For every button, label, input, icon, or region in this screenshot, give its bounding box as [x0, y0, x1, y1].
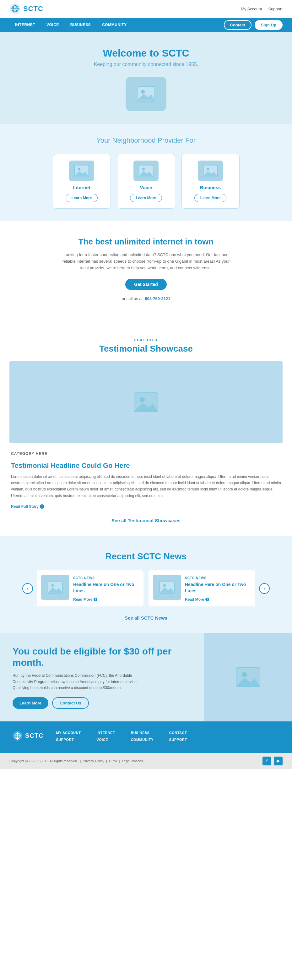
internet-card-title: Internet	[73, 185, 90, 190]
voice-card-image	[133, 161, 159, 181]
footer-links-grid: MY ACCOUNT SUPPORT INTERNET VOICE BUSINE…	[56, 731, 279, 743]
acp-image-icon	[235, 667, 260, 687]
news-read-more-1[interactable]: Read More i	[73, 597, 97, 602]
signup-button[interactable]: Sign Up	[255, 20, 282, 30]
see-all-testimonials-link[interactable]: See all Testimonial Showcases	[10, 518, 282, 523]
svg-point-24	[163, 584, 166, 587]
news-image-icon-2	[159, 581, 175, 594]
provider-card-internet: Internet Learn More	[53, 154, 111, 208]
business-learn-more-button[interactable]: Learn More	[194, 194, 227, 202]
acp-section: You could be eligible for $30 off per mo…	[0, 633, 292, 721]
internet-card-image	[69, 161, 94, 181]
see-all-news-link[interactable]: See all SCTC News	[10, 615, 282, 620]
news-carousel: ‹ SCTC NEWS Headline Here on One or Two …	[10, 570, 282, 606]
voice-learn-more-button[interactable]: Learn More	[130, 194, 162, 202]
carousel-prev-button[interactable]: ‹	[22, 583, 33, 594]
copyright-text: Copyright © 2023, SCTC. All rights reser…	[10, 759, 78, 763]
footer: SCTC MY ACCOUNT SUPPORT INTERNET VOICE B…	[0, 721, 292, 753]
footer-logo-area: SCTC	[13, 731, 43, 743]
nav-community[interactable]: COMMUNITY	[97, 18, 132, 32]
logo[interactable]: SCTC	[10, 3, 43, 14]
footer-contact-link[interactable]: CONTACT	[169, 731, 187, 735]
youtube-icon[interactable]: ▶	[274, 757, 282, 765]
testimonial-heading: Testimonial Showcase	[10, 344, 282, 354]
phone-number[interactable]: 503-769-2121	[145, 296, 170, 301]
facebook-icon[interactable]: f	[262, 757, 271, 765]
footer-col-1: MY ACCOUNT SUPPORT	[56, 731, 81, 743]
nav-buttons: Contact Sign Up	[224, 20, 283, 30]
news-read-more-2[interactable]: Read More i	[185, 597, 209, 602]
svg-point-9	[78, 168, 80, 170]
hero-section: Welcome to SCTC Keeping our community co…	[0, 32, 292, 124]
contact-button[interactable]: Contact	[224, 20, 251, 30]
my-account-link[interactable]: My Account	[241, 6, 262, 11]
voice-image-icon	[138, 165, 154, 177]
footer-community-link[interactable]: COMMUNITY	[131, 738, 153, 741]
carousel-next-button[interactable]: ›	[259, 583, 270, 594]
acp-content: You could be eligible for $30 off per mo…	[0, 633, 204, 721]
footer-col-2: INTERNET VOICE	[97, 731, 115, 743]
footer-business-link[interactable]: BUSINESS	[131, 731, 153, 735]
news-card-2-image	[153, 575, 181, 600]
cpni-link[interactable]: CPNI	[109, 759, 117, 763]
top-header: SCTC My Account Support	[0, 0, 292, 18]
nav-links: INTERNET VOICE BUSINESS COMMUNITY	[10, 18, 224, 32]
provider-card-voice: Voice Learn More	[117, 154, 175, 208]
privacy-policy-link[interactable]: Privacy Policy	[83, 759, 104, 763]
nav-business[interactable]: BUSINESS	[65, 18, 97, 32]
acp-learn-more-button[interactable]: Learn More	[13, 697, 48, 709]
legal-notices-link[interactable]: Legal Notices	[122, 759, 143, 763]
read-full-story-link[interactable]: Read Full Story i	[11, 504, 44, 509]
hero-subtitle: Keeping our community connected since 19…	[10, 62, 282, 67]
internet-promo-body: Looking for a faster connection and unli…	[58, 252, 234, 271]
footer-logo-icon	[13, 731, 22, 741]
svg-point-21	[51, 584, 54, 587]
info-icon-news-1: i	[94, 598, 97, 601]
svg-point-15	[206, 168, 209, 170]
footer-voice-link[interactable]: VOICE	[97, 738, 115, 741]
footer-my-account-link[interactable]: MY ACCOUNT	[56, 731, 81, 735]
social-icons: f ▶	[262, 757, 282, 765]
sctc-logo-icon	[10, 3, 21, 14]
internet-learn-more-button[interactable]: Learn More	[66, 194, 98, 202]
news-title-1: Headline Here on One or Two Lines	[73, 582, 139, 594]
call-us-text: or call us at 503-769-2121	[58, 296, 234, 302]
testimonial-body: Lorem ipsum dolor sit amet, consectetur …	[11, 474, 281, 499]
logo-text: SCTC	[23, 5, 43, 13]
acp-body: Run by the Federal Communications Commis…	[13, 673, 144, 691]
footer-col-4: CONTACT SUPPORT	[169, 731, 187, 743]
news-image-icon-1	[48, 581, 63, 594]
main-nav: INTERNET VOICE BUSINESS COMMUNITY Contac…	[0, 18, 292, 32]
news-cards: SCTC NEWS Headline Here on One or Two Li…	[37, 570, 255, 606]
hero-image	[125, 77, 167, 111]
provider-heading: Your Neighborhood Provider For	[10, 136, 282, 145]
support-link[interactable]: Support	[268, 6, 282, 11]
news-heading: Recent SCTC News	[10, 551, 282, 562]
info-icon: i	[40, 504, 44, 509]
business-card-image	[198, 161, 223, 181]
footer-support-link-1[interactable]: SUPPORT	[56, 738, 81, 741]
call-us-label: or call us at	[122, 296, 143, 301]
hero-image-icon	[136, 86, 156, 102]
footer-internet-link[interactable]: INTERNET	[97, 731, 115, 735]
nav-internet[interactable]: INTERNET	[10, 18, 41, 32]
footer-bottom: Copyright © 2023, SCTC. All rights reser…	[10, 759, 143, 763]
footer-support-link-2[interactable]: SUPPORT	[169, 738, 187, 741]
svg-point-12	[142, 168, 145, 170]
footer-logo[interactable]: SCTC	[13, 731, 43, 741]
testimonial-image	[10, 361, 282, 443]
news-card-2: SCTC NEWS Headline Here on One or Two Li…	[149, 570, 255, 606]
news-title-2: Headline Here on One or Two Lines	[185, 582, 251, 594]
news-section: Recent SCTC News ‹ SCTC NEWS Headline He…	[0, 536, 292, 633]
news-card-1-body: SCTC NEWS Headline Here on One or Two Li…	[73, 575, 139, 602]
hero-title: Welcome to SCTC	[10, 48, 282, 59]
internet-promo-section: The best unlimited internet in town Look…	[0, 221, 292, 322]
footer-col-3: BUSINESS COMMUNITY	[131, 731, 153, 743]
footer-logo-text: SCTC	[25, 732, 43, 739]
acp-contact-button[interactable]: Contact Us	[52, 697, 89, 709]
svg-point-6	[141, 90, 145, 94]
get-started-button[interactable]: Get Started	[125, 279, 167, 290]
nav-voice[interactable]: VOICE	[41, 18, 65, 32]
footer-inner: SCTC MY ACCOUNT SUPPORT INTERNET VOICE B…	[13, 731, 279, 743]
business-card-title: Business	[200, 185, 221, 190]
